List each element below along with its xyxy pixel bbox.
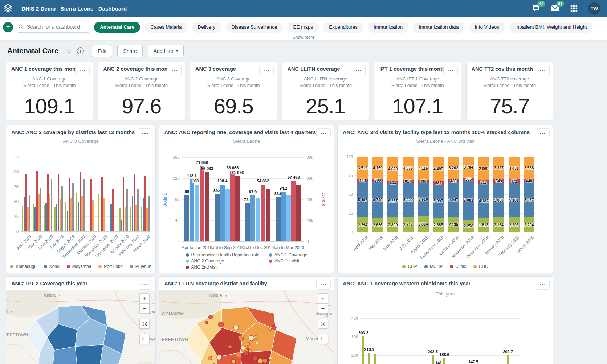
map-zoom-in-button[interactable]: + [318, 293, 328, 303]
dashboard-search[interactable] [18, 21, 89, 33]
bar[interactable] [44, 205, 45, 231]
bar[interactable] [443, 358, 445, 364]
bar[interactable] [134, 174, 135, 231]
dashboard-chip[interactable]: Cases Malaria [144, 22, 187, 33]
bar[interactable] [130, 207, 131, 231]
bar[interactable] [69, 178, 70, 231]
map-fullscreen-button[interactable] [139, 319, 150, 329]
bar[interactable] [245, 203, 250, 241]
map-zoom-in-button[interactable]: + [139, 293, 150, 303]
user-avatar[interactable]: TW [588, 2, 600, 15]
star-icon[interactable]: ☆ [66, 47, 72, 55]
bar[interactable] [125, 207, 126, 231]
bar[interactable] [119, 208, 121, 231]
more-options-button[interactable] [443, 65, 458, 75]
more-options-button[interactable] [351, 65, 366, 75]
bar[interactable] [45, 203, 47, 231]
bar[interactable] [507, 355, 509, 364]
search-input[interactable] [26, 24, 86, 30]
bar[interactable] [103, 198, 105, 231]
bar[interactable] [56, 204, 57, 231]
bar[interactable] [65, 202, 66, 231]
bar[interactable] [200, 166, 204, 241]
legend-item[interactable]: MCHP [424, 264, 443, 269]
bar[interactable] [34, 207, 36, 231]
legend-item[interactable]: Port Loko [98, 264, 122, 269]
bar[interactable] [374, 354, 376, 364]
bar[interactable] [90, 179, 92, 231]
map-zoom-out-button[interactable]: − [139, 303, 150, 314]
more-options-button[interactable] [75, 65, 90, 75]
legend-item[interactable]: ANC 1st visit [269, 258, 307, 264]
bar[interactable] [83, 179, 85, 231]
bar[interactable] [225, 189, 230, 241]
show-more-link[interactable]: Show more [293, 35, 315, 40]
bar[interactable] [72, 183, 74, 231]
bar[interactable] [135, 205, 137, 231]
dashboard-chip[interactable]: Delivery [192, 22, 221, 33]
map-canvas[interactable]: KindiaRY.sidougouFREETOWNMacer [6, 290, 155, 364]
bar[interactable] [195, 185, 199, 241]
bar[interactable] [368, 353, 370, 364]
bar[interactable] [81, 196, 83, 231]
bar[interactable] [110, 204, 112, 231]
legend-item[interactable]: Moyamba [67, 264, 91, 269]
map-legend-button[interactable] [318, 334, 328, 344]
bar[interactable] [92, 200, 94, 231]
map-fullscreen-button[interactable] [318, 319, 328, 329]
bar[interactable] [126, 189, 128, 231]
bar[interactable] [132, 196, 133, 231]
bar[interactable] [266, 189, 270, 241]
dashboard-chip[interactable]: EE maps [287, 22, 319, 33]
more-options-button[interactable] [316, 128, 331, 138]
dhis2-logo[interactable] [0, 0, 16, 17]
more-options-button[interactable] [167, 65, 182, 75]
bar[interactable] [190, 179, 194, 241]
bar[interactable] [105, 231, 106, 231]
bar[interactable] [54, 207, 56, 231]
legend-item[interactable]: Pujehun [130, 264, 151, 269]
bar[interactable] [33, 204, 34, 231]
legend-item[interactable]: Clinic [450, 264, 466, 269]
new-dashboard-button[interactable]: + [3, 22, 13, 32]
info-icon[interactable]: i [77, 47, 84, 54]
more-options-button[interactable] [316, 280, 331, 290]
bar[interactable] [47, 174, 49, 231]
messages-button[interactable]: 42 [531, 4, 541, 13]
bar[interactable] [432, 355, 434, 364]
bar[interactable] [49, 194, 50, 231]
bar[interactable] [112, 189, 114, 231]
bar[interactable] [296, 185, 301, 241]
bar[interactable] [101, 177, 103, 231]
bar[interactable] [148, 196, 150, 231]
more-options-button[interactable] [259, 65, 274, 75]
map-legend-button[interactable] [139, 334, 150, 344]
more-options-button[interactable] [535, 128, 550, 138]
bar[interactable] [40, 188, 41, 231]
legend-item[interactable]: CHC [473, 264, 488, 269]
bar[interactable] [51, 179, 52, 231]
bar[interactable] [58, 174, 59, 231]
dashboard-chip[interactable]: Disease Surveillance [225, 22, 283, 33]
bar[interactable] [144, 176, 146, 231]
bar[interactable] [38, 194, 40, 231]
bar[interactable] [235, 176, 240, 241]
map-zoom-out-button[interactable]: − [318, 303, 328, 314]
bar[interactable] [291, 181, 296, 241]
bar[interactable] [98, 194, 99, 231]
bar[interactable] [220, 185, 225, 241]
bar[interactable] [184, 195, 189, 241]
bar[interactable] [137, 189, 139, 231]
bar[interactable] [146, 208, 148, 231]
bar[interactable] [261, 185, 265, 241]
bar[interactable] [27, 207, 29, 231]
edit-button[interactable]: Edit [92, 45, 112, 57]
bar[interactable] [276, 197, 281, 241]
bar[interactable] [61, 186, 63, 231]
bar[interactable] [29, 195, 30, 231]
bar[interactable] [250, 195, 255, 241]
bar[interactable] [230, 171, 235, 241]
bar[interactable] [80, 172, 81, 231]
legend-item[interactable]: ANC 2nd visit [186, 265, 260, 270]
bar[interactable] [205, 172, 209, 241]
